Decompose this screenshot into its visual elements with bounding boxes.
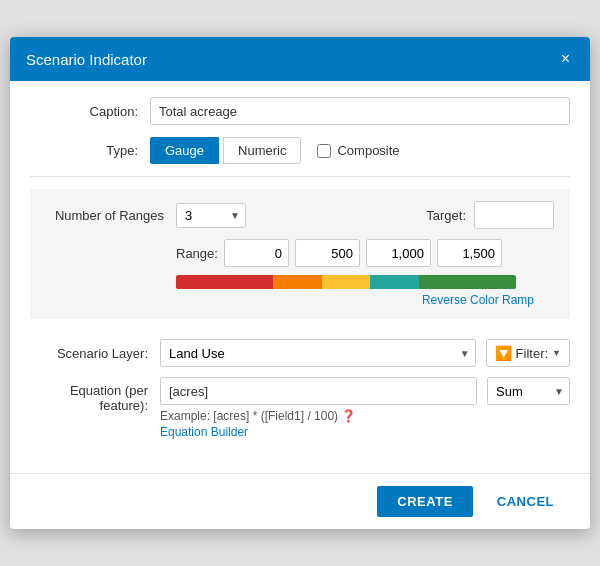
color-bar (176, 275, 516, 289)
target-input[interactable] (474, 201, 554, 229)
scenario-indicator-dialog: Scenario Indicator × Caption: Type: Gaug… (10, 37, 590, 529)
color-bar-teal (370, 275, 419, 289)
scenario-layer-select[interactable]: Land Use (160, 339, 476, 367)
color-bar-orange (273, 275, 322, 289)
sum-select[interactable]: Sum Average Min Max (487, 377, 570, 405)
filter-arrow-icon: ▼ (552, 348, 561, 358)
number-of-ranges-select[interactable]: 3 1 2 4 5 (176, 203, 246, 228)
equation-row: Equation (perfeature): Sum Average Min M… (30, 377, 570, 439)
range-values-row: Range: (46, 239, 554, 267)
reverse-color-ramp-row: Reverse Color Ramp (46, 293, 554, 307)
number-of-ranges-label: Number of Ranges (46, 208, 176, 223)
section-divider (30, 176, 570, 177)
cancel-button[interactable]: CANCEL (481, 486, 570, 517)
scenario-layer-select-wrapper: Land Use ▼ (160, 339, 476, 367)
type-button-group: Gauge Numeric Composite (150, 137, 400, 164)
ranges-target-row: Number of Ranges 3 1 2 4 5 ▼ Target: (46, 201, 554, 229)
dialog-body: Caption: Type: Gauge Numeric Composite N… (10, 81, 590, 473)
numeric-button[interactable]: Numeric (223, 137, 301, 164)
range-label: Range: (176, 246, 218, 261)
close-button[interactable]: × (557, 49, 574, 69)
equation-example: Example: [acres] * ([Field1] / 100) ❓ (160, 409, 570, 423)
range-input-3[interactable] (437, 239, 502, 267)
scenario-layer-row: Scenario Layer: Land Use ▼ 🔽 Filter: ▼ (30, 339, 570, 367)
color-bar-container (46, 275, 554, 289)
filter-button[interactable]: 🔽 Filter: ▼ (486, 339, 570, 367)
composite-label-text: Composite (337, 143, 399, 158)
scenario-section: Scenario Layer: Land Use ▼ 🔽 Filter: ▼ E… (30, 331, 570, 457)
caption-input[interactable] (150, 97, 570, 125)
equation-field-group: Sum Average Min Max ▼ Example: [acres] *… (160, 377, 570, 439)
equation-input[interactable] (160, 377, 477, 405)
caption-label: Caption: (30, 104, 150, 119)
range-input-2[interactable] (366, 239, 431, 267)
target-label: Target: (426, 208, 474, 223)
dialog-title: Scenario Indicator (26, 51, 147, 68)
number-of-ranges-select-wrapper: 3 1 2 4 5 ▼ (176, 203, 246, 228)
type-label: Type: (30, 143, 150, 158)
gauge-button[interactable]: Gauge (150, 137, 219, 164)
type-row: Type: Gauge Numeric Composite (30, 137, 570, 164)
help-icon[interactable]: ❓ (341, 409, 356, 423)
range-input-1[interactable] (295, 239, 360, 267)
create-button[interactable]: CREATE (377, 486, 472, 517)
sum-select-wrapper: Sum Average Min Max ▼ (487, 377, 570, 405)
reverse-color-ramp-link[interactable]: Reverse Color Ramp (422, 293, 534, 307)
color-bar-yellow (322, 275, 371, 289)
dialog-header: Scenario Indicator × (10, 37, 590, 81)
equation-label: Equation (perfeature): (30, 377, 160, 413)
color-bar-red (176, 275, 273, 289)
ranges-section: Number of Ranges 3 1 2 4 5 ▼ Target: Ran… (30, 189, 570, 319)
equation-builder-link[interactable]: Equation Builder (160, 425, 570, 439)
scenario-layer-label: Scenario Layer: (30, 346, 160, 361)
caption-row: Caption: (30, 97, 570, 125)
composite-checkbox-label: Composite (317, 143, 399, 158)
filter-label: Filter: (516, 346, 549, 361)
dialog-footer: CREATE CANCEL (10, 473, 590, 529)
composite-checkbox[interactable] (317, 144, 331, 158)
range-input-0[interactable] (224, 239, 289, 267)
color-bar-green (419, 275, 516, 289)
filter-icon: 🔽 (495, 345, 512, 361)
